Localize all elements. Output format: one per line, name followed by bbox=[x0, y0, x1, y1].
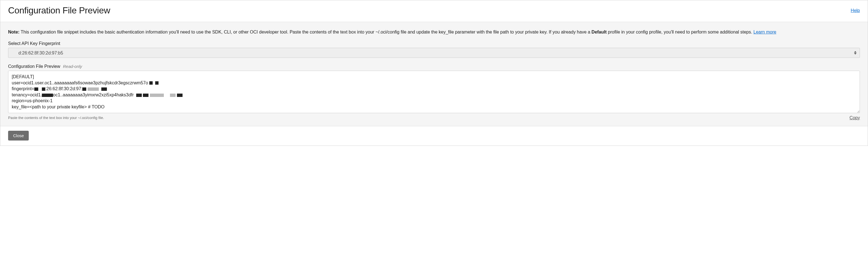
redacted-block bbox=[149, 81, 153, 85]
redacted-block bbox=[155, 81, 158, 85]
config-line-2: user=ocid1.user.oc1..aaaaaaaafs6sowae3pz… bbox=[12, 80, 856, 86]
dialog-header: Configuration File Preview Help bbox=[0, 0, 868, 22]
redacted-block bbox=[177, 93, 183, 97]
redacted-block bbox=[42, 87, 45, 91]
redacted-block bbox=[82, 87, 86, 91]
config-line-6: key_file=<path to your private keyfile> … bbox=[12, 104, 856, 110]
redacted-block bbox=[42, 93, 53, 97]
fingerprint-select[interactable]: d:26:62:8f:30:2d:97:b5 bbox=[8, 48, 860, 58]
help-link[interactable]: Help bbox=[851, 8, 860, 13]
redacted-block bbox=[170, 93, 176, 97]
close-button[interactable]: Close bbox=[8, 131, 29, 140]
preview-label-row: Configuration File Preview Read-only bbox=[8, 64, 860, 69]
fingerprint-select-wrapper: d:26:62:8f:30:2d:97:b5 bbox=[8, 48, 860, 58]
hint-text: Paste the contents of the text box into … bbox=[8, 116, 104, 120]
dialog-title: Configuration File Preview bbox=[8, 5, 110, 16]
redacted-block bbox=[150, 93, 164, 97]
config-line-4: tenancy=ocid1.oc1..aaaaaaaa3yimxrw2xzi5x… bbox=[12, 92, 856, 98]
note-body-2: profile in your config profile, you'll n… bbox=[607, 30, 753, 34]
readonly-tag: Read-only bbox=[63, 64, 82, 69]
fingerprint-label: Select API Key Fingerprint bbox=[8, 41, 860, 46]
dialog-body: Note: This configuration file snippet in… bbox=[0, 22, 868, 126]
redacted-block bbox=[136, 93, 142, 97]
hint-row: Paste the contents of the text box into … bbox=[8, 115, 860, 120]
redacted-block bbox=[34, 87, 38, 91]
preview-label: Configuration File Preview bbox=[8, 64, 60, 69]
note-prefix: Note: bbox=[8, 30, 20, 34]
copy-link[interactable]: Copy bbox=[849, 115, 860, 120]
config-line-1: [DEFAULT] bbox=[12, 74, 856, 80]
learn-more-link[interactable]: Learn more bbox=[753, 30, 776, 34]
config-line-3: fingerprint= :26:62:8f:30:2d:97: bbox=[12, 86, 856, 92]
redacted-block bbox=[88, 87, 99, 91]
redacted-block bbox=[101, 87, 107, 91]
note-default-word: Default bbox=[591, 30, 607, 34]
note-body-1: This configuration file snippet includes… bbox=[20, 30, 591, 34]
redacted-block bbox=[143, 93, 149, 97]
config-line-5: region=us-phoenix-1 bbox=[12, 98, 856, 104]
note-text: Note: This configuration file snippet in… bbox=[8, 29, 860, 35]
config-preview-textarea[interactable]: [DEFAULT] user=ocid1.user.oc1..aaaaaaaaf… bbox=[8, 71, 860, 113]
dialog-footer: Close bbox=[0, 126, 868, 145]
config-preview-dialog: Configuration File Preview Help Note: Th… bbox=[0, 0, 868, 146]
